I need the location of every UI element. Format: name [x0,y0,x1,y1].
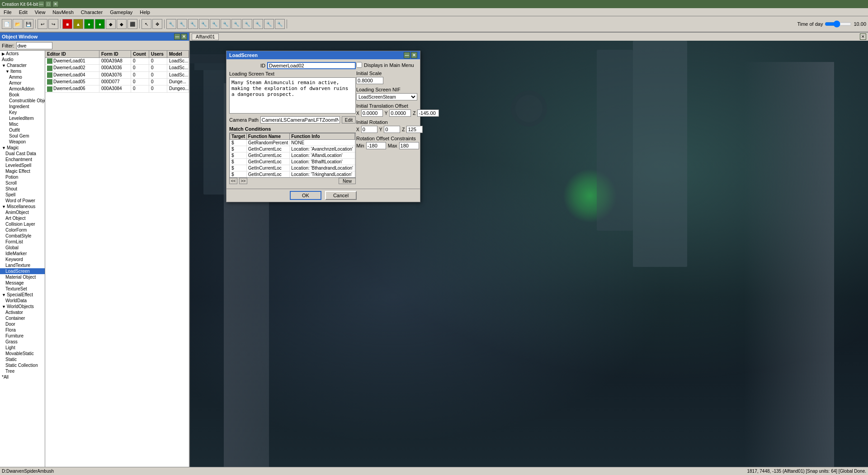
initial-scale-input[interactable] [356,77,383,84]
list-item[interactable]: DwemerLoad01 000A39A8 0 0 LoadSc... [45,58,189,65]
tree-book[interactable]: Book [0,92,45,98]
tree-container[interactable]: Container [0,315,45,321]
tree-static[interactable]: Static [0,356,45,362]
toolbar-btn19[interactable]: 🔧 [264,19,274,29]
toolbar-btn7[interactable]: ◆ [106,19,116,29]
menu-character[interactable]: Character [79,10,104,15]
tree-worldobjects[interactable]: ▼WorldObjects [0,304,45,309]
list-item[interactable]: DwemerLoad04 000A3076 0 0 LoadSc... [45,72,189,79]
maximize-btn[interactable]: □ [45,1,52,7]
tree-textureset[interactable]: TextureSet [0,286,45,292]
tree-constructible[interactable]: Constructible Obje [0,98,45,104]
ok-button[interactable]: OK [290,191,321,200]
toolbar-btn9[interactable]: ⬛ [127,19,137,29]
col-comp[interactable]: Comp [354,133,356,140]
tree-magiceffect[interactable]: Magic Effect [0,168,45,174]
viewport[interactable]: Alftand01 ✕ Alftand01 [Free camera, pers… [190,33,868,467]
tree-materialobject[interactable]: Material Object [0,274,45,280]
tree-landtexture[interactable]: LandTexture [0,262,45,268]
panel-close[interactable]: ✕ [181,33,187,40]
id-input[interactable] [267,62,356,69]
toolbar-btn17[interactable]: 🔧 [242,19,252,29]
tree-weapon[interactable]: Weapon [0,139,45,145]
max-input[interactable] [399,142,419,149]
time-slider[interactable] [825,21,852,27]
list-item[interactable]: DwemerLoad06 000A3084 0 0 Dungeo... [45,86,189,92]
viewport-tab[interactable]: Alftand01 [192,33,219,40]
menu-navmesh[interactable]: NavMesh [51,10,75,15]
tree-flora[interactable]: Flora [0,327,45,333]
tree-message[interactable]: Message [0,280,45,286]
x-offset-input[interactable] [361,109,383,117]
minimize-btn[interactable]: — [38,1,44,7]
loading-text-area[interactable]: Many Steam Animunculi remain active, mak… [229,77,356,114]
tree-movablestatic[interactable]: MovableStatic [0,351,45,356]
tree-formlist[interactable]: FormList [0,239,45,245]
tree-loadscreen[interactable]: LoadScreen [0,268,45,274]
toolbar-btn4[interactable]: ▲ [73,19,83,29]
toolbar-select[interactable]: ↖ [142,19,151,29]
tree-outfit[interactable]: Outfit [0,127,45,133]
toolbar-btn18[interactable]: 🔧 [253,19,263,29]
y-offset-input[interactable] [389,109,411,117]
min-input[interactable] [366,142,386,149]
toolbar-open[interactable]: 📂 [13,19,23,29]
condition-row[interactable]: $ GetRandomPercent NONE <= 15.00 AND [230,140,356,146]
toolbar-btn10[interactable]: 🔧 [166,19,176,29]
menu-help[interactable]: Help [138,10,152,15]
filter-input[interactable] [16,42,52,49]
z-offset-input[interactable] [417,109,439,117]
tree-keyword[interactable]: Keyword [0,256,45,262]
ry-input[interactable] [384,126,400,133]
col-model[interactable]: Model [167,51,189,57]
toolbar-btn12[interactable]: 🔧 [188,19,198,29]
tree-armoraddon[interactable]: ArmorAddon [0,86,45,92]
tree-staticcollection[interactable]: Static Collection [0,362,45,368]
toolbar-new[interactable]: 📄 [2,19,12,29]
tree-door[interactable]: Door [0,321,45,327]
tree-actors[interactable]: ▶Actors [0,51,45,57]
dialog-minimize[interactable]: — [404,52,410,58]
tree-armor[interactable]: Armor [0,80,45,86]
toolbar-btn11[interactable]: 🔧 [177,19,187,29]
menu-view[interactable]: View [33,10,47,15]
nav-prev-btn[interactable]: << [229,178,237,184]
list-item[interactable]: DwemerLoad05 000D077 0 0 Dunge... [45,79,189,86]
toolbar-btn8[interactable]: ◆ [117,19,127,29]
tree-leveledspell[interactable]: LeveledSpell [0,162,45,168]
tree-scroll[interactable]: Scroll [0,180,45,186]
tree-shout[interactable]: Shout [0,186,45,192]
condition-row[interactable]: $ GetInCurrentLoc Location: 'BthalftLoca… [230,159,356,165]
col-form-id[interactable]: Form ID [99,51,131,57]
displays-main-menu-checkbox[interactable] [356,62,362,68]
tree-activator[interactable]: Activator [0,309,45,315]
toolbar-btn6[interactable]: ● [95,19,105,29]
tree-specialeffect[interactable]: ▼SpecialEffect [0,292,45,298]
tree-worlddata[interactable]: WorldData [0,298,45,304]
toolbar-move[interactable]: ✥ [152,19,162,29]
edit-button[interactable]: Edit [342,116,356,124]
tree-leveleditem[interactable]: LeveledItem [0,115,45,121]
tree-magic[interactable]: ▼Magic [0,145,45,151]
col-users[interactable]: Users [149,51,167,57]
toolbar-btn14[interactable]: 🔧 [210,19,220,29]
list-item[interactable]: DwemerLoad02 000A3036 0 0 LoadSc... [45,65,189,71]
viewport-close[interactable]: ✕ [860,33,866,40]
rx-input[interactable] [361,126,377,133]
tree-spell[interactable]: Spell [0,192,45,198]
menu-gameplay[interactable]: Gameplay [108,10,134,15]
tree-misc[interactable]: Misc [0,121,45,127]
tree-colorform[interactable]: ColorForm [0,227,45,233]
toolbar-btn20[interactable]: 🔧 [275,19,285,29]
tree-wordofpower[interactable]: Word of Power [0,198,45,204]
col-editor-id[interactable]: Editor ID [45,51,99,57]
col-count[interactable]: Count [131,51,149,57]
tree-all[interactable]: *All [0,374,45,380]
toolbar-redo[interactable]: ↪ [48,19,58,29]
close-btn[interactable]: ✕ [52,1,59,7]
toolbar-btn15[interactable]: 🔧 [221,19,231,29]
tree-dualcast[interactable]: Dual Cast Data [0,151,45,157]
toolbar-btn13[interactable]: 🔧 [199,19,209,29]
toolbar-btn5[interactable]: ● [84,19,94,29]
condition-row[interactable]: $ GetInCurrentLoc Location: 'BthandrandL… [230,165,356,171]
